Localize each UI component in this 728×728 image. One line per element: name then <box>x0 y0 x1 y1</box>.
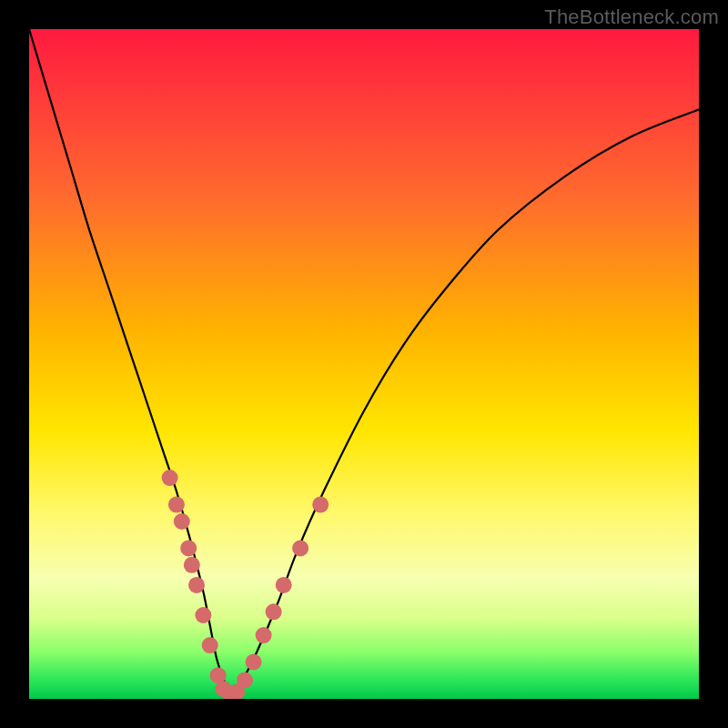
sample-dot <box>174 513 190 530</box>
sample-dot <box>246 654 262 671</box>
sample-dot <box>168 497 185 513</box>
sample-dot <box>188 577 205 593</box>
plot-area <box>29 29 699 699</box>
sample-dot <box>276 577 292 593</box>
curve-svg <box>29 29 699 699</box>
sample-dot <box>312 497 329 513</box>
sample-dot <box>237 672 253 688</box>
sample-dot <box>266 603 282 620</box>
sample-dot <box>184 557 200 573</box>
sample-dot <box>195 607 211 623</box>
watermark-text: TheBottleneck.com <box>544 5 719 29</box>
sample-dot <box>162 470 178 486</box>
sample-dot <box>180 540 197 556</box>
bottleneck-curve <box>29 29 699 693</box>
sample-dot <box>256 627 272 643</box>
chart-stage: TheBottleneck.com <box>0 0 728 728</box>
sample-dot <box>202 637 218 653</box>
sample-dots-group <box>162 470 329 699</box>
sample-dot <box>292 540 308 556</box>
